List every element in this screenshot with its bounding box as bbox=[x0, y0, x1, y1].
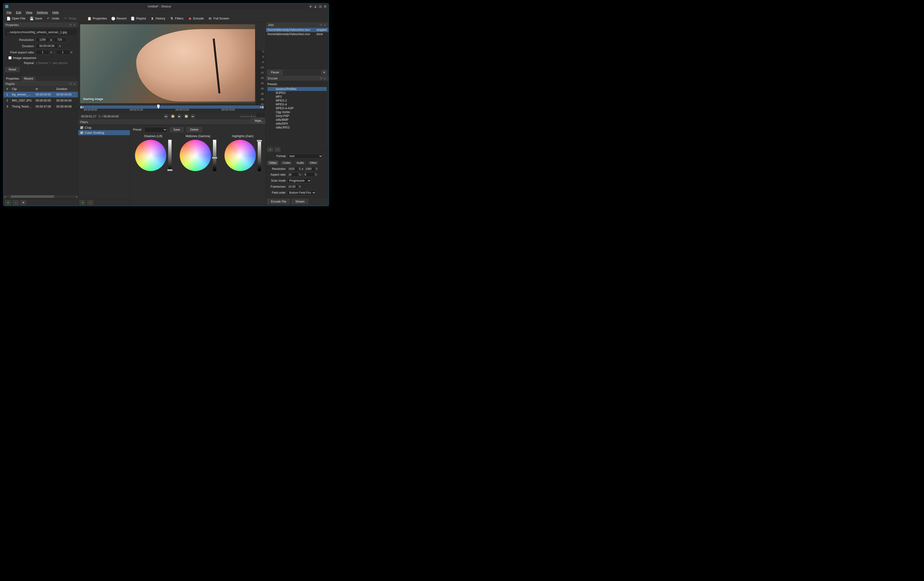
menu-edit[interactable]: Edit bbox=[14, 10, 23, 15]
panel-close-icon[interactable]: ✕ bbox=[261, 120, 264, 124]
panel-close-icon[interactable]: ✕ bbox=[73, 23, 76, 27]
tab-audio[interactable]: Audio bbox=[295, 161, 306, 165]
panel-float-icon[interactable]: ❐ bbox=[319, 77, 322, 80]
enc-ar-b-input[interactable] bbox=[303, 172, 315, 177]
encode-preset-item[interactable]: MJPEG bbox=[267, 91, 327, 95]
shadows-color-wheel[interactable] bbox=[135, 140, 166, 171]
playlist-remove-button[interactable]: － bbox=[13, 200, 18, 205]
image-sequence-checkbox[interactable] bbox=[8, 56, 12, 59]
midtones-luma-slider[interactable] bbox=[213, 140, 216, 171]
minimize-button[interactable]: ▴ bbox=[314, 5, 317, 8]
encode-preset-item[interactable]: stills/DPX bbox=[267, 122, 327, 125]
encode-preset-item[interactable]: Ogg Vorbis bbox=[267, 110, 327, 114]
video-preview[interactable]: Starting image bbox=[80, 24, 255, 103]
filter-item[interactable]: Crop bbox=[78, 125, 130, 130]
menu-settings[interactable]: Settings bbox=[35, 10, 50, 15]
panel-close-icon[interactable]: ✕ bbox=[73, 82, 76, 86]
enc-width-input[interactable] bbox=[287, 167, 299, 171]
encode-preset-item[interactable]: lossless/ProRes bbox=[267, 87, 327, 91]
filter-remove-button[interactable]: － bbox=[87, 200, 93, 205]
tab-recent[interactable]: Recent bbox=[21, 76, 36, 81]
menu-help[interactable]: Help bbox=[50, 10, 61, 15]
scan-mode-select[interactable]: Progressive bbox=[287, 178, 311, 183]
filter-item[interactable]: Color Grading bbox=[78, 130, 130, 135]
enc-ar-a-input[interactable] bbox=[287, 172, 299, 177]
tab-codec[interactable]: Codec bbox=[280, 161, 293, 165]
highlights-luma-slider[interactable] bbox=[258, 140, 261, 171]
play-button[interactable]: ▶ bbox=[177, 114, 182, 119]
encode-preset-item[interactable]: stills/JPEG bbox=[267, 125, 327, 129]
playlist-row[interactable]: 3Timing Testsl…00:00:47:0800:00:40:08 bbox=[3, 104, 78, 110]
job-row[interactable]: /home/ddennedy/Videos/test.movdone bbox=[266, 32, 328, 36]
panel-close-icon[interactable]: ✕ bbox=[323, 77, 327, 80]
playlist-scrollbar[interactable]: ‹› bbox=[3, 195, 78, 198]
preset-delete-button[interactable]: Delete bbox=[186, 127, 202, 132]
encode-preset-item[interactable]: MPEG-4 bbox=[267, 102, 327, 106]
par-b-input[interactable] bbox=[56, 50, 69, 54]
res-width-input[interactable] bbox=[36, 37, 50, 42]
properties-toggle[interactable]: 📋Properties bbox=[86, 16, 108, 21]
fast-forward-button[interactable]: ⏩ bbox=[184, 114, 189, 119]
menu-view[interactable]: View bbox=[23, 10, 34, 15]
encode-preset-item[interactable]: MPEG-2 bbox=[267, 99, 327, 102]
reset-button[interactable]: Reset bbox=[5, 67, 20, 72]
redo-button[interactable]: ↷Redo bbox=[63, 16, 77, 21]
tab-properties[interactable]: Properties bbox=[3, 76, 21, 81]
history-toggle[interactable]: ⧗History bbox=[149, 16, 166, 21]
duration-input[interactable] bbox=[36, 43, 58, 48]
shadows-luma-slider[interactable] bbox=[168, 140, 172, 171]
fps-input[interactable] bbox=[287, 185, 299, 189]
job-row[interactable]: /home/ddennedy/Videos/test.movstopped bbox=[266, 28, 328, 32]
close-button[interactable]: ✕ bbox=[323, 5, 327, 8]
filters-toggle[interactable]: ⚗Filters bbox=[169, 16, 184, 21]
playlist-toggle[interactable]: 📑Playlist bbox=[130, 16, 147, 21]
encode-preset-item[interactable]: MP3 bbox=[267, 95, 327, 99]
save-button[interactable]: 💾Save bbox=[29, 16, 43, 21]
fullscreen-button[interactable]: ✉Full Screen bbox=[207, 16, 230, 21]
timeline[interactable]: |00:00:00;00|00:00:01;00|00:00:02;00|00:… bbox=[80, 105, 264, 113]
par-a-input[interactable] bbox=[36, 50, 50, 54]
playlist-add-button[interactable]: ＋ bbox=[5, 200, 11, 205]
preset-select[interactable] bbox=[144, 127, 167, 132]
filter-add-button[interactable]: ＋ bbox=[80, 200, 86, 205]
panel-close-icon[interactable]: ✕ bbox=[323, 23, 327, 27]
res-height-input[interactable] bbox=[53, 37, 66, 42]
panel-float-icon[interactable]: ❐ bbox=[69, 23, 72, 27]
panel-float-icon[interactable]: ❐ bbox=[69, 82, 72, 86]
preset-remove-button[interactable]: － bbox=[275, 147, 280, 152]
playlist-menu-button[interactable]: ≡ bbox=[20, 200, 26, 205]
field-order-select[interactable]: Bottom Field First bbox=[287, 190, 316, 195]
midtones-color-wheel[interactable] bbox=[180, 140, 211, 171]
encode-file-button[interactable]: Encode File bbox=[267, 199, 290, 204]
format-select[interactable]: mov bbox=[287, 154, 323, 158]
encode-toggle[interactable]: ⏺Encode bbox=[187, 16, 205, 21]
rewind-button[interactable]: ⏪ bbox=[170, 114, 175, 119]
recent-toggle[interactable]: 🕘Recent bbox=[110, 16, 127, 21]
tab-other[interactable]: Other bbox=[308, 161, 319, 165]
encode-preset-item[interactable]: MPEG-4-ASP bbox=[267, 106, 327, 110]
panel-float-icon[interactable]: ❐ bbox=[256, 120, 260, 124]
enc-height-input[interactable] bbox=[304, 167, 315, 171]
encode-preset-item[interactable]: Sony-PSP bbox=[267, 114, 327, 118]
preset-save-button[interactable]: Save bbox=[170, 127, 183, 132]
filters-panel-header: Filters ❐ ✕ bbox=[78, 120, 266, 125]
highlights-color-wheel[interactable] bbox=[224, 140, 256, 171]
jobs-menu-button[interactable]: ≡ bbox=[321, 70, 327, 75]
open-file-button[interactable]: 📄Open File bbox=[5, 16, 26, 21]
rollup-button[interactable]: ▾ bbox=[309, 5, 313, 8]
tab-video[interactable]: Video bbox=[267, 161, 279, 165]
preset-add-button[interactable]: ＋ bbox=[267, 147, 273, 152]
spinner-icon[interactable]: ⇅ bbox=[59, 45, 62, 48]
undo-button[interactable]: ↶Undo bbox=[46, 16, 60, 21]
encode-preset-item[interactable]: stills/BMP bbox=[267, 118, 327, 122]
stream-button[interactable]: Stream bbox=[292, 199, 308, 204]
playlist-row[interactable]: 1blg_wheels_…00:00:00:0000:00:04:00 bbox=[3, 92, 78, 98]
panel-float-icon[interactable]: ❐ bbox=[319, 23, 322, 27]
menu-file[interactable]: File bbox=[5, 10, 13, 15]
jobs-pause-button[interactable]: Pause bbox=[267, 70, 283, 75]
skip-start-button[interactable]: ⏮ bbox=[163, 114, 168, 119]
skip-end-button[interactable]: ⏭ bbox=[191, 114, 195, 119]
menubar: File Edit View Settings Help bbox=[3, 9, 328, 15]
playlist-row[interactable]: 2IMG_0357.JPG00:00:00:0000:00:04:00 bbox=[3, 98, 78, 104]
maximize-button[interactable]: ◻ bbox=[318, 5, 322, 8]
